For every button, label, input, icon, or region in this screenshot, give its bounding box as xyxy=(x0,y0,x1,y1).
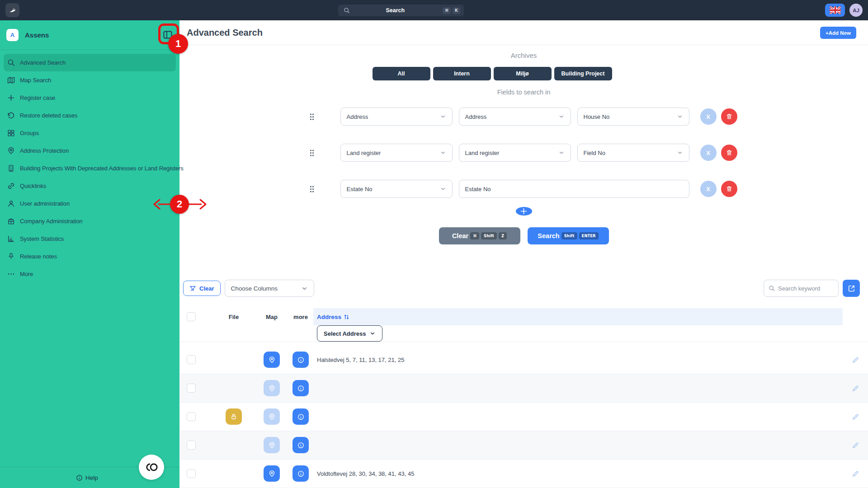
shift-key-badge: Shift xyxy=(561,232,577,240)
drag-handle-icon[interactable] xyxy=(309,113,315,121)
edit-row-button[interactable] xyxy=(843,356,868,364)
protected-file-button[interactable] xyxy=(226,408,242,425)
archive-miljo-button[interactable]: Miljø xyxy=(494,67,552,80)
table-row xyxy=(179,431,868,460)
edit-row-button[interactable] xyxy=(843,413,868,421)
global-search[interactable]: Search ⌘ K xyxy=(338,5,464,16)
sidebar-item-building-projects[interactable]: Building Projects With Deprecated Addres… xyxy=(4,160,176,177)
sidebar-item-address-protection[interactable]: Address Protection xyxy=(4,142,176,160)
page-title: Advanced Search xyxy=(187,28,263,38)
select-all-checkbox[interactable] xyxy=(187,312,196,321)
info-icon xyxy=(297,470,305,478)
field-select[interactable]: Land register xyxy=(340,144,453,162)
add-new-button[interactable]: +Add New xyxy=(820,27,856,39)
trash-icon xyxy=(726,185,733,192)
sidebar: A Assens Advanced Search Map Search Regi xyxy=(0,20,179,488)
groups-icon xyxy=(7,129,15,137)
field-select[interactable]: Field No xyxy=(577,144,689,162)
field-select[interactable]: House No xyxy=(577,108,689,126)
clear-row-button[interactable]: X xyxy=(700,108,717,125)
sidebar-item-groups[interactable]: Groups xyxy=(4,124,176,142)
field-select[interactable]: Estate No xyxy=(340,180,453,198)
row-info-button[interactable] xyxy=(292,380,309,396)
select-address-dropdown[interactable]: Select Address xyxy=(317,325,382,342)
clear-search-button[interactable]: Clear ⌘ Shift Z xyxy=(439,227,520,244)
sidebar-item-register-case[interactable]: Register case xyxy=(4,89,176,107)
row-checkbox[interactable] xyxy=(187,384,196,393)
filter-off-icon xyxy=(189,285,196,292)
chevron-down-icon xyxy=(301,285,308,292)
sidebar-header: A Assens xyxy=(0,20,179,50)
sidebar-collapse-button[interactable] xyxy=(162,29,174,41)
sidebar-item-user-administration[interactable]: User administration xyxy=(4,195,176,212)
app-logo[interactable] xyxy=(5,3,19,17)
clear-filters-button[interactable]: Clear xyxy=(183,281,221,296)
sidebar-item-company-administration[interactable]: Company Administration xyxy=(4,212,176,230)
add-field-row-button[interactable] xyxy=(516,207,532,216)
pencil-icon xyxy=(852,470,859,478)
bar-chart-icon xyxy=(7,235,15,243)
search-icon xyxy=(769,285,775,291)
edit-row-button[interactable] xyxy=(843,385,868,392)
delete-row-button[interactable] xyxy=(721,108,737,125)
row-checkbox[interactable] xyxy=(187,355,196,364)
row-checkbox[interactable] xyxy=(187,441,196,450)
global-search-label: Search xyxy=(350,7,441,14)
sidebar-item-map-search[interactable]: Map Search xyxy=(4,71,176,89)
language-selector[interactable] xyxy=(825,4,845,17)
shift-key-badge: Shift xyxy=(481,232,497,240)
row-info-button[interactable] xyxy=(292,465,309,482)
sidebar-item-release-notes[interactable]: Release notes xyxy=(4,248,176,265)
field-select[interactable]: Land register xyxy=(459,144,571,162)
archive-intern-button[interactable]: Intern xyxy=(433,67,491,80)
archive-all-button[interactable]: All xyxy=(373,67,430,80)
drag-handle-icon[interactable] xyxy=(309,149,315,157)
column-filter-row: Select Address xyxy=(179,325,868,342)
k-key-badge: K xyxy=(453,7,460,14)
chevron-down-icon xyxy=(440,113,446,120)
sidebar-item-quicklinks[interactable]: Quicklinks xyxy=(4,177,176,195)
show-on-map-button[interactable] xyxy=(264,352,280,368)
clear-row-button[interactable]: X xyxy=(700,181,717,197)
estate-no-input[interactable] xyxy=(459,180,689,198)
delete-row-button[interactable] xyxy=(721,181,737,197)
chevron-down-icon xyxy=(440,150,446,156)
help-button[interactable]: Help xyxy=(76,474,98,481)
sort-icon[interactable] xyxy=(343,314,350,320)
table-search-input[interactable] xyxy=(778,285,832,292)
bird-logo-icon xyxy=(8,6,17,15)
edit-row-button[interactable] xyxy=(843,441,868,449)
drag-handle-icon[interactable] xyxy=(309,185,315,193)
row-checkbox[interactable] xyxy=(187,412,196,421)
info-icon xyxy=(297,356,305,364)
chat-widget-button[interactable] xyxy=(139,455,164,480)
plus-icon xyxy=(7,94,15,102)
field-select[interactable]: Address xyxy=(340,108,453,126)
user-avatar[interactable]: AJ xyxy=(849,4,863,17)
show-on-map-button-disabled xyxy=(264,408,280,425)
delete-row-button[interactable] xyxy=(721,145,737,161)
sidebar-item-restore-deleted-cases[interactable]: Restore deleted cases xyxy=(4,107,176,124)
sidebar-item-system-statistics[interactable]: System Statistics xyxy=(4,230,176,248)
show-on-map-button-disabled xyxy=(264,380,280,396)
archive-building-project-button[interactable]: Building Project xyxy=(554,67,612,80)
run-search-button[interactable]: Search Shift ENTER xyxy=(528,227,609,244)
row-info-button[interactable] xyxy=(292,437,309,453)
clear-row-button[interactable]: X xyxy=(700,145,717,161)
choose-columns-select[interactable]: Choose Columns xyxy=(225,280,314,297)
column-header-address[interactable]: Address xyxy=(313,308,843,325)
field-row: Address Address House No X xyxy=(309,108,739,126)
field-select[interactable]: Address xyxy=(459,108,571,126)
export-button[interactable] xyxy=(843,280,860,297)
row-info-button[interactable] xyxy=(292,408,309,425)
edit-row-button[interactable] xyxy=(843,470,868,478)
sidebar-item-more[interactable]: More xyxy=(4,265,176,283)
table-toolbar: Clear Choose Columns xyxy=(179,280,868,297)
search-icon xyxy=(344,7,350,14)
show-on-map-button[interactable] xyxy=(264,465,280,482)
row-info-button[interactable] xyxy=(292,352,309,368)
map-icon xyxy=(7,76,15,84)
pencil-icon xyxy=(852,356,859,364)
row-checkbox[interactable] xyxy=(187,469,196,478)
sidebar-item-advanced-search[interactable]: Advanced Search xyxy=(4,54,176,71)
